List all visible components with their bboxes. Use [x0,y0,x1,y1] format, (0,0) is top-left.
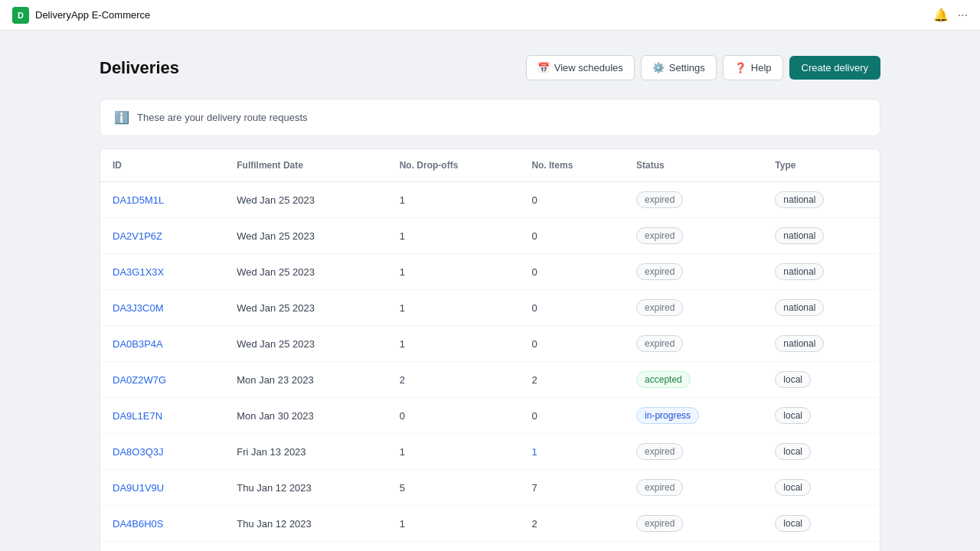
info-banner: ℹ️ These are your delivery route request… [100,99,880,136]
status-badge: expired [636,335,683,352]
col-header-type: Type [763,149,880,182]
col-header-id: ID [100,149,224,182]
view-schedules-button[interactable]: 📅 View schedules [526,55,635,80]
cell-status: expired [624,434,763,470]
status-badge: expired [636,191,683,208]
cell-id[interactable]: DA0Z2W7G [100,362,224,398]
cell-type: local [763,470,880,506]
cell-type: local [763,398,880,434]
table-row: DA0B3P4A Wed Jan 25 2023 1 0 expired nat… [100,326,880,362]
delivery-id-link[interactable]: DA2V1P6Z [113,230,162,242]
delivery-id-link[interactable]: DA3G1X3X [113,266,164,278]
cell-items: 0 [519,254,624,290]
type-badge: national [775,263,824,280]
table-row: DA3J3C0M Wed Jan 25 2023 1 0 expired nat… [100,290,880,326]
page-header: Deliveries 📅 View schedules ⚙️ Settings … [100,55,880,80]
cell-id[interactable]: DA1D5M1L [100,182,224,218]
delivery-id-link[interactable]: DA0B3P4A [113,338,163,350]
cell-date: Mon Jan 30 2023 [224,398,387,434]
main-content: Deliveries 📅 View schedules ⚙️ Settings … [69,31,911,551]
table-row: DA9P7Z7R Thu Jan 12 2023 1 3 completed l… [100,542,880,552]
cell-id[interactable]: DA3G1X3X [100,254,224,290]
gear-icon: ⚙️ [652,62,665,73]
delivery-id-link[interactable]: DA3J3C0M [113,302,163,314]
table-row: DA8O3Q3J Fri Jan 13 2023 1 1 expired loc… [100,434,880,470]
cell-dropoffs: 2 [387,362,520,398]
col-header-dropoffs: No. Drop-offs [387,149,520,182]
cell-status: completed [624,542,763,552]
cell-id[interactable]: DA0B3P4A [100,326,224,362]
bell-icon[interactable]: 🔔 [933,8,949,22]
cell-date: Wed Jan 25 2023 [224,182,387,218]
calendar-icon: 📅 [537,62,550,73]
status-badge: expired [636,263,683,280]
cell-type: national [763,182,880,218]
help-icon: ❓ [734,62,746,73]
cell-dropoffs: 1 [387,506,520,542]
cell-items: 7 [519,470,624,506]
cell-id[interactable]: DA9L1E7N [100,398,224,434]
delivery-id-link[interactable]: DA9U1V9U [113,482,164,494]
cell-id[interactable]: DA9P7Z7R [100,542,224,552]
cell-dropoffs: 1 [387,434,520,470]
cell-type: local [763,542,880,552]
cell-items: 0 [519,218,624,254]
type-badge: national [775,227,824,244]
status-badge: accepted [636,371,691,388]
cell-date: Mon Jan 23 2023 [224,362,387,398]
cell-type: local [763,506,880,542]
status-badge: expired [636,515,683,532]
table-row: DA2V1P6Z Wed Jan 25 2023 1 0 expired nat… [100,218,880,254]
col-header-status: Status [624,149,763,182]
app-title: DeliveryApp E-Commerce [35,9,150,21]
status-badge: in-progress [636,407,699,424]
type-badge: local [775,479,811,496]
page-title: Deliveries [100,58,179,78]
cell-status: accepted [624,362,763,398]
cell-status: expired [624,254,763,290]
settings-button[interactable]: ⚙️ Settings [641,55,717,80]
type-badge: local [775,443,811,460]
cell-status: expired [624,470,763,506]
col-header-date: Fulfilment Date [224,149,387,182]
table-row: DA9L1E7N Mon Jan 30 2023 0 0 in-progress… [100,398,880,434]
delivery-id-link[interactable]: DA0Z2W7G [113,374,166,386]
cell-dropoffs: 1 [387,326,520,362]
delivery-id-link[interactable]: DA8O3Q3J [113,446,163,458]
cell-date: Fri Jan 13 2023 [224,434,387,470]
cell-id[interactable]: DA4B6H0S [100,506,224,542]
cell-id[interactable]: DA8O3Q3J [100,434,224,470]
delivery-id-link[interactable]: DA1D5M1L [113,194,164,206]
deliveries-table-container: ID Fulfilment Date No. Drop-offs No. Ite… [100,148,880,551]
create-delivery-button[interactable]: Create delivery [789,56,880,80]
cell-date: Thu Jan 12 2023 [224,542,387,552]
cell-dropoffs: 1 [387,542,520,552]
help-button[interactable]: ❓ Help [723,55,783,80]
cell-items: 0 [519,182,624,218]
delivery-id-link[interactable]: DA9L1E7N [113,410,162,422]
cell-id[interactable]: DA9U1V9U [100,470,224,506]
topbar: D DeliveryApp E-Commerce 🔔 ··· [0,0,980,31]
cell-date: Thu Jan 12 2023 [224,506,387,542]
cell-items[interactable]: 1 [519,434,624,470]
topbar-right: 🔔 ··· [933,8,968,22]
cell-status: expired [624,218,763,254]
status-badge: expired [636,227,683,244]
cell-date: Thu Jan 12 2023 [224,470,387,506]
status-badge: expired [636,443,683,460]
cell-type: national [763,290,880,326]
info-message: These are your delivery route requests [137,112,308,123]
cell-id[interactable]: DA2V1P6Z [100,218,224,254]
type-badge: national [775,191,824,208]
status-badge: expired [636,479,683,496]
table-row: DA1D5M1L Wed Jan 25 2023 1 0 expired nat… [100,182,880,218]
delivery-id-link[interactable]: DA4B6H0S [113,518,163,530]
app-logo: D [12,7,29,24]
cell-type: national [763,254,880,290]
cell-type: national [763,326,880,362]
more-options-icon[interactable]: ··· [958,8,968,22]
table-row: DA4B6H0S Thu Jan 12 2023 1 2 expired loc… [100,506,880,542]
cell-status: expired [624,326,763,362]
cell-id[interactable]: DA3J3C0M [100,290,224,326]
deliveries-table: ID Fulfilment Date No. Drop-offs No. Ite… [100,149,880,551]
